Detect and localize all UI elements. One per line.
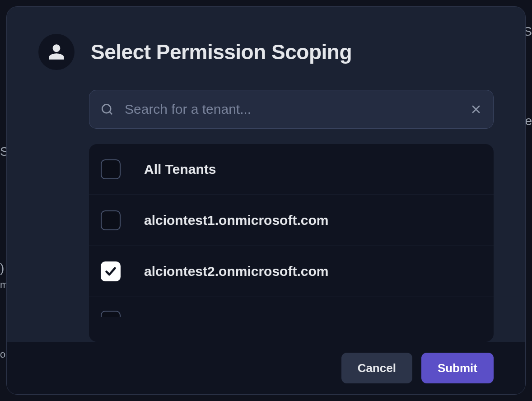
check-icon <box>104 265 117 278</box>
background-text: o <box>0 349 5 360</box>
checkbox-tenant[interactable] <box>101 261 121 281</box>
modal-footer: Cancel Submit <box>7 342 525 394</box>
modal-body: Select Permission Scoping <box>7 7 525 342</box>
svg-point-0 <box>102 104 111 113</box>
tenant-label: alciontest2.onmicrosoft.com <box>144 264 328 279</box>
user-icon <box>38 34 75 70</box>
cancel-button[interactable]: Cancel <box>341 353 412 383</box>
permission-scoping-modal: Select Permission Scoping <box>6 6 526 395</box>
checkbox-all-tenants[interactable] <box>101 159 121 179</box>
checkbox-tenant[interactable] <box>101 311 121 317</box>
tenant-list: All Tenants alciontest1.onmicrosoft.com <box>89 144 494 342</box>
clear-search-icon[interactable] <box>470 103 482 116</box>
search-icon <box>100 103 114 116</box>
background-text: e <box>525 114 532 128</box>
tenant-row-all[interactable]: All Tenants <box>89 144 494 195</box>
svg-line-1 <box>110 112 112 115</box>
tenant-label: All Tenants <box>144 162 216 177</box>
tenant-row[interactable]: alciontest1.onmicrosoft.com <box>89 195 494 246</box>
modal-header: Select Permission Scoping <box>38 34 494 70</box>
modal-content: All Tenants alciontest1.onmicrosoft.com <box>89 90 494 342</box>
submit-button[interactable]: Submit <box>421 353 494 383</box>
background-text: ) <box>0 261 4 275</box>
tenant-row[interactable]: alciontest2.onmicrosoft.com <box>89 246 494 297</box>
tenant-list-scroll[interactable]: All Tenants alciontest1.onmicrosoft.com <box>89 144 494 320</box>
search-box[interactable] <box>89 90 494 129</box>
search-wrapper <box>89 90 494 129</box>
checkbox-tenant[interactable] <box>101 210 121 230</box>
modal-title: Select Permission Scoping <box>91 40 352 64</box>
search-input[interactable] <box>125 102 470 117</box>
tenant-label: alciontest1.onmicrosoft.com <box>144 213 328 228</box>
tenant-row[interactable] <box>89 297 494 320</box>
